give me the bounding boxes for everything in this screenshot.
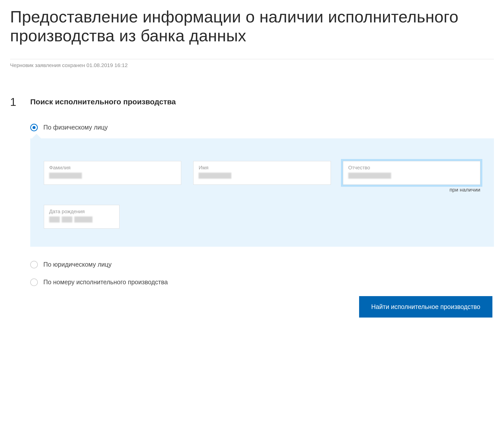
- firstname-label: Имя: [199, 165, 325, 171]
- dob-label: Дата рождения: [49, 209, 114, 214]
- step-body: Поиск исполнительного производства По фи…: [30, 96, 494, 318]
- draft-status: Черновик заявления сохранен 01.08.2019 1…: [10, 62, 494, 68]
- radio-unselected-icon: [30, 261, 38, 268]
- option-by-number-label: По номеру исполнительного производства: [43, 278, 168, 286]
- radio-unselected-icon: [30, 278, 38, 286]
- page-title: Предоставление информации о наличии испо…: [10, 8, 494, 45]
- step-number: 1: [10, 96, 30, 108]
- option-physical[interactable]: По физическому лицу: [30, 124, 494, 131]
- field-row-1: Фамилия Имя: [44, 161, 480, 185]
- firstname-field[interactable]: Имя: [193, 161, 331, 185]
- other-options: По юридическому лицу По номеру исполните…: [30, 261, 494, 286]
- step: 1 Поиск исполнительного производства По …: [10, 96, 494, 318]
- submit-row: Найти исполнительное производство: [30, 296, 494, 318]
- dob-field[interactable]: Дата рождения: [44, 205, 119, 229]
- field-row-2: Дата рождения: [44, 205, 480, 229]
- patronymic-label: Отчество: [348, 165, 475, 171]
- physical-panel: Фамилия Имя: [30, 138, 494, 247]
- search-options: По физическому лицу Фамилия: [30, 124, 494, 318]
- divider: [10, 59, 494, 59]
- lastname-label: Фамилия: [49, 165, 176, 171]
- panel-body: Фамилия Имя: [30, 138, 494, 247]
- lastname-value-redacted: [49, 173, 176, 179]
- step-heading: Поиск исполнительного производства: [30, 98, 494, 106]
- option-legal-label: По юридическому лицу: [43, 261, 112, 268]
- patronymic-field[interactable]: Отчество при наличии: [343, 161, 480, 185]
- radio-selected-icon: [30, 124, 38, 131]
- option-physical-label: По физическому лицу: [43, 124, 108, 131]
- patronymic-value-redacted: [348, 173, 475, 179]
- firstname-value-redacted: [199, 173, 325, 179]
- patronymic-hint: при наличии: [450, 187, 480, 193]
- option-by-number[interactable]: По номеру исполнительного производства: [30, 278, 494, 286]
- dob-value-redacted: [49, 216, 114, 223]
- submit-button[interactable]: Найти исполнительное производство: [359, 296, 492, 318]
- lastname-field[interactable]: Фамилия: [44, 161, 181, 185]
- panel-arrow-icon: [32, 134, 41, 138]
- option-legal[interactable]: По юридическому лицу: [30, 261, 494, 268]
